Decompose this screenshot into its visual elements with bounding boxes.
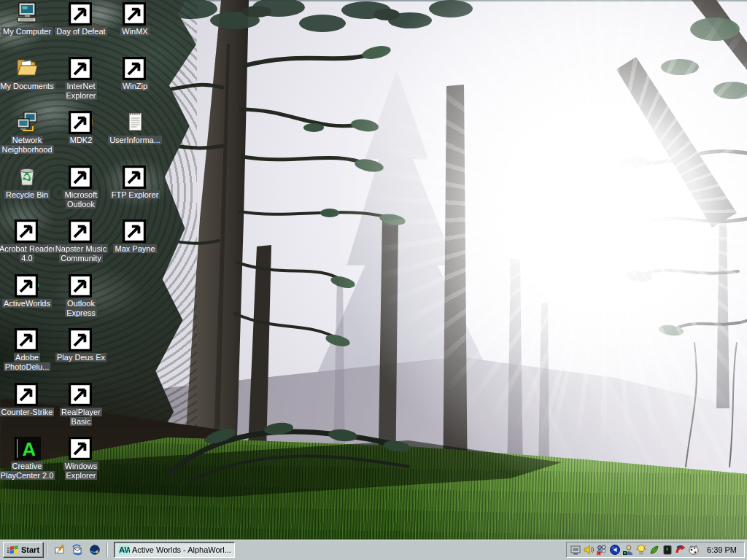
icon-label: WinZip bbox=[121, 82, 149, 90]
desktop-icon-winmx[interactable]: WIN MX WinMX bbox=[106, 1, 164, 36]
taskbar-task-active-worlds[interactable]: AW Active Worlds - AlphaWorl... bbox=[114, 542, 235, 558]
desktop-icon-recycle-bin[interactable]: Recycle Bin bbox=[0, 165, 56, 200]
tray-spotted-cow-icon[interactable] bbox=[688, 544, 700, 556]
active-worlds-icon: AW bbox=[118, 544, 130, 556]
taskbar-separator bbox=[107, 542, 108, 557]
shortcut-arrow-icon bbox=[15, 274, 38, 298]
desktop-icon-play-deus-ex[interactable]: Play Deus Ex bbox=[52, 327, 110, 362]
svg-text:AW: AW bbox=[119, 545, 130, 554]
icon-label: UserInforma... bbox=[108, 136, 162, 144]
desktop-icon-realplayer[interactable]: real RealPlayer Basic bbox=[52, 382, 110, 427]
playcenter-badge-icon: A bbox=[18, 437, 41, 460]
icon-label: MDK2 bbox=[69, 136, 94, 144]
icon-label: Acrobat Reader 4.0 bbox=[0, 244, 57, 262]
icon-label: My Documents bbox=[0, 82, 55, 90]
desktop-icon-activeworlds[interactable]: AW ActiveWorlds bbox=[0, 273, 56, 308]
tray-users-offline-icon[interactable] bbox=[596, 544, 608, 556]
shortcut-arrow-icon bbox=[15, 219, 38, 243]
my-documents-icon bbox=[15, 56, 39, 79]
icon-label: RealPlayer Basic bbox=[60, 408, 102, 426]
desktop-icon-network-neighborhood[interactable]: Network Neighborhood bbox=[0, 110, 56, 155]
icon-label: Day of Defeat bbox=[55, 27, 107, 36]
icon-label: Recycle Bin bbox=[4, 190, 50, 199]
icon-label: FTP Explorer bbox=[110, 190, 160, 199]
desktop-icon-max-payne[interactable]: Max Payne bbox=[106, 219, 164, 254]
icon-label: WinMX bbox=[120, 27, 149, 36]
shortcut-arrow-icon bbox=[123, 2, 146, 26]
shortcut-arrow-icon bbox=[69, 57, 92, 80]
desktop-icon-my-computer[interactable]: My Computer bbox=[0, 1, 56, 36]
icon-label: Creative PlayCenter 2.0 bbox=[0, 462, 55, 480]
start-button[interactable]: Start bbox=[3, 542, 44, 558]
shortcut-arrow-icon bbox=[123, 219, 146, 243]
desktop-icon-windows-explorer[interactable]: Windows Explorer bbox=[52, 436, 110, 481]
quicklaunch-show-desktop[interactable] bbox=[51, 542, 69, 558]
desktop-icon-acrobat-reader[interactable]: Acrobat Reader 4.0 bbox=[0, 219, 56, 263]
tray-user-status-icon[interactable] bbox=[622, 544, 634, 556]
windows-logo-icon bbox=[7, 545, 19, 555]
tray-red-swoosh-icon[interactable] bbox=[675, 544, 686, 556]
taskbar: Start bbox=[0, 540, 747, 560]
shortcut-arrow-icon bbox=[69, 219, 92, 243]
taskbar-separator bbox=[47, 542, 48, 557]
desktop-icon-mdk2[interactable]: MDK2 MDK2 bbox=[52, 110, 110, 145]
shortcut-arrow-icon bbox=[69, 328, 92, 351]
shortcut-arrow-icon bbox=[69, 437, 92, 460]
icon-label: Microsoft Outlook bbox=[63, 190, 99, 209]
desktop-icon-counter-strike[interactable]: CS Counter-Strike bbox=[0, 382, 56, 417]
tray-pager-icon[interactable]: 0 bbox=[662, 544, 673, 556]
desktop-icon-my-documents[interactable]: My Documents bbox=[0, 56, 56, 91]
svg-text:0: 0 bbox=[666, 547, 668, 551]
desktop-icon-ftp-explorer[interactable]: FTP Explorer bbox=[106, 165, 164, 200]
tray-blue-orb-icon[interactable] bbox=[609, 544, 621, 556]
desktop-icon-creative-playcenter[interactable]: A Creative PlayCenter 2.0 bbox=[0, 436, 56, 481]
desktop-icon-adobe-photodeluxe[interactable]: Adobe PhotoDelu... bbox=[0, 327, 56, 372]
tray-lightbulb-icon[interactable] bbox=[635, 544, 647, 556]
shortcut-arrow-icon bbox=[69, 2, 92, 26]
desktop-icon-microsoft-outlook[interactable]: Microsoft Outlook bbox=[52, 165, 110, 209]
desktop-icon-day-of-defeat[interactable]: Day of Defeat bbox=[52, 1, 110, 36]
tray-tasks-monitor-icon[interactable] bbox=[570, 544, 581, 556]
shortcut-arrow-icon bbox=[15, 328, 38, 351]
shortcut-arrow-icon bbox=[69, 111, 92, 134]
desktop-icon-outlook-express[interactable]: Outlook Express bbox=[52, 273, 110, 318]
icon-label: My Computer bbox=[1, 27, 53, 36]
shortcut-arrow-icon bbox=[123, 166, 146, 189]
icon-label: InterNet Explorer bbox=[65, 82, 98, 100]
icon-label: Adobe PhotoDelu... bbox=[4, 353, 51, 371]
desktop-icon-internet-explorer[interactable]: e InterNet Explorer bbox=[52, 56, 110, 101]
notepad-icon bbox=[123, 110, 147, 133]
channels-icon bbox=[89, 544, 101, 556]
my-computer-icon bbox=[15, 1, 39, 25]
shortcut-arrow-icon bbox=[15, 383, 38, 406]
icon-label: Counter-Strike bbox=[0, 408, 54, 416]
outlook-express-launch-icon bbox=[71, 544, 83, 556]
icon-label: Napster Music Community bbox=[54, 244, 108, 262]
icon-label: Max Payne bbox=[113, 244, 156, 253]
system-tray: 0 6:39 PM bbox=[566, 542, 745, 558]
desktop-icon-winzip[interactable]: WinZip bbox=[106, 56, 164, 91]
icon-label: Network Neighborhood bbox=[0, 136, 53, 154]
desktop[interactable]: My Computer Day of Defeat WIN MX WinMX bbox=[0, 0, 747, 560]
show-desktop-icon bbox=[54, 544, 66, 556]
icon-label: ActiveWorlds bbox=[2, 299, 52, 308]
quicklaunch-view-channels[interactable] bbox=[86, 542, 104, 558]
recycle-bin-icon bbox=[15, 165, 39, 188]
quicklaunch-outlook-express[interactable] bbox=[69, 542, 86, 558]
network-neighborhood-icon bbox=[15, 110, 39, 133]
desktop-icon-napster[interactable]: Napster Music Community bbox=[52, 219, 110, 263]
icon-label: Windows Explorer bbox=[63, 462, 99, 480]
shortcut-arrow-icon bbox=[69, 383, 92, 406]
task-label: Active Worlds - AlphaWorl... bbox=[132, 545, 231, 554]
shortcut-arrow-icon bbox=[69, 166, 92, 189]
tray-clock[interactable]: 6:39 PM bbox=[701, 545, 741, 554]
svg-text:A: A bbox=[22, 439, 35, 459]
desktop-icon-user-information[interactable]: UserInforma... bbox=[106, 110, 164, 145]
start-label: Start bbox=[21, 545, 39, 554]
icon-label: Play Deus Ex bbox=[55, 353, 107, 362]
tray-volume-icon[interactable] bbox=[583, 544, 595, 556]
tray-green-leaf-icon[interactable] bbox=[649, 544, 660, 556]
shortcut-arrow-icon bbox=[69, 274, 92, 298]
shortcut-arrow-icon bbox=[123, 57, 146, 80]
icon-label: Outlook Express bbox=[65, 299, 97, 317]
